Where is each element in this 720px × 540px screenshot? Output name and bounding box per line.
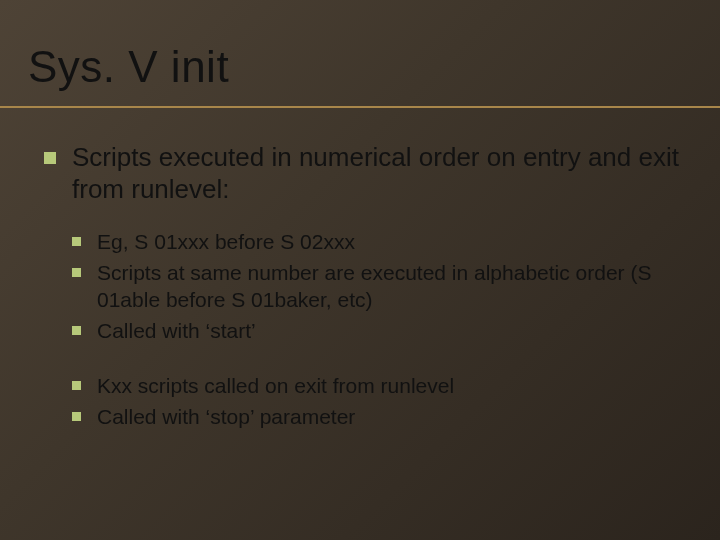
- list-item: Eg, S 01xxx before S 02xxx: [72, 229, 690, 256]
- list-item-text: Scripts executed in numerical order on e…: [72, 142, 690, 205]
- list-item-text: Called with ‘start’: [97, 318, 256, 345]
- spacer: [72, 349, 690, 373]
- list-item: Called with ‘stop’ parameter: [72, 404, 690, 431]
- list-item: Scripts executed in numerical order on e…: [44, 142, 690, 205]
- bullet-icon: [44, 152, 56, 164]
- list-item: Called with ‘start’: [72, 318, 690, 345]
- bullet-icon: [72, 326, 81, 335]
- list-item: Scripts at same number are executed in a…: [72, 260, 690, 314]
- bullet-icon: [72, 412, 81, 421]
- list-item: Kxx scripts called on exit from runlevel: [72, 373, 690, 400]
- list-item-text: Scripts at same number are executed in a…: [97, 260, 690, 314]
- slide-body: Scripts executed in numerical order on e…: [0, 108, 720, 431]
- list-item-text: Kxx scripts called on exit from runlevel: [97, 373, 454, 400]
- list-item-text: Called with ‘stop’ parameter: [97, 404, 355, 431]
- bullet-icon: [72, 237, 81, 246]
- list-item-text: Eg, S 01xxx before S 02xxx: [97, 229, 355, 256]
- bullet-icon: [72, 381, 81, 390]
- bullet-icon: [72, 268, 81, 277]
- slide-title: Sys. V init: [28, 42, 720, 92]
- title-area: Sys. V init: [0, 0, 720, 98]
- sublist-group-1: Eg, S 01xxx before S 02xxx Scripts at sa…: [72, 229, 690, 430]
